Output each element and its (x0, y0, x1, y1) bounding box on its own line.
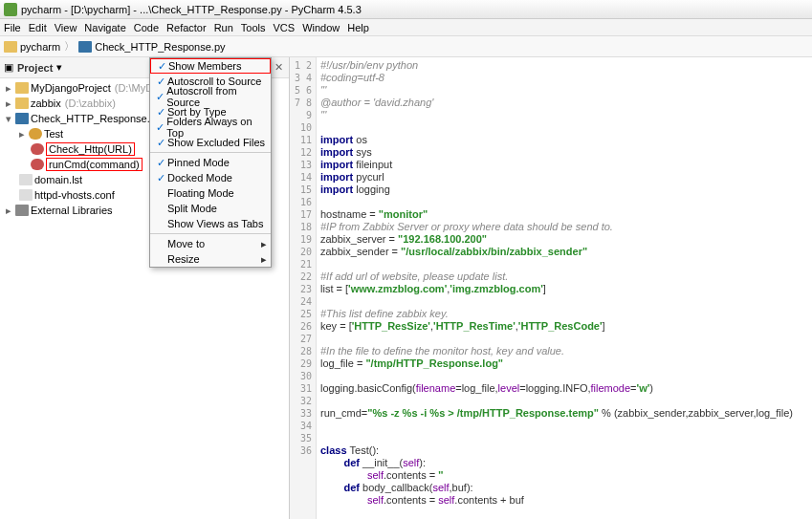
menu-refactor[interactable]: Refactor (166, 22, 207, 33)
breadcrumb-root[interactable]: pycharm (20, 41, 60, 53)
menu-view[interactable]: View (55, 22, 77, 33)
title-bar: pycharm - [D:\pycharm] - ...\Check_HTTP_… (0, 0, 812, 19)
menu-resize[interactable]: Resize▸ (150, 251, 271, 267)
menu-show-views[interactable]: Show Views as Tabs (150, 216, 271, 231)
menu-floating[interactable]: Floating Mode (150, 185, 271, 201)
menu-edit[interactable]: Edit (29, 22, 47, 33)
breadcrumb-sep: 〉 (64, 39, 75, 54)
menu-bar: File Edit View Navigate Code Refactor Ru… (0, 19, 812, 36)
menu-navigate[interactable]: Navigate (84, 22, 125, 33)
menu-show-members[interactable]: ✓Show Members (150, 58, 271, 74)
close-icon[interactable]: ✕ (272, 61, 285, 75)
folder-icon (4, 41, 17, 53)
menu-vcs[interactable]: VCS (274, 22, 296, 33)
menu-window[interactable]: Window (302, 22, 340, 33)
menu-split[interactable]: Split Mode (150, 201, 271, 216)
menu-code[interactable]: Code (134, 22, 159, 33)
menu-run[interactable]: Run (214, 22, 233, 33)
project-combo-icon[interactable]: ▣ (4, 61, 13, 74)
menu-docked[interactable]: ✓Docked Mode (150, 170, 271, 185)
code-editor[interactable]: 1 2 3 4 5 6 7 8 9 10 11 12 13 14 15 16 1… (290, 57, 812, 519)
settings-context-menu: ✓Show Members ✓Autoscroll to Source ✓Aut… (149, 57, 272, 268)
menu-autoscroll-from[interactable]: ✓Autoscroll from Source (150, 89, 271, 104)
menu-tools[interactable]: Tools (241, 22, 266, 33)
breadcrumb: pycharm 〉 Check_HTTP_Response.py (0, 36, 812, 57)
code-area[interactable]: #!/usr/bin/env python #coding=utf-8 ''' … (317, 57, 812, 519)
menu-move-to[interactable]: Move to▸ (150, 236, 271, 251)
sidebar-title[interactable]: Project (17, 62, 53, 74)
menu-file[interactable]: File (4, 22, 21, 33)
python-file-icon (78, 41, 92, 53)
window-title: pycharm - [D:\pycharm] - ...\Check_HTTP_… (21, 4, 362, 15)
dropdown-icon[interactable]: ▾ (56, 61, 62, 74)
main-area: ▣ Project ▾ ⇆ ◎ ⊟ ⚙ ↘ ✕ ▸MyDjangoProject… (0, 57, 812, 519)
project-sidebar: ▣ Project ▾ ⇆ ◎ ⊟ ⚙ ↘ ✕ ▸MyDjangoProject… (0, 57, 290, 519)
menu-folders-top[interactable]: ✓Folders Always on Top (150, 119, 271, 135)
menu-show-excluded[interactable]: ✓Show Excluded Files (150, 135, 271, 150)
menu-pinned[interactable]: ✓Pinned Mode (150, 155, 271, 170)
breadcrumb-file[interactable]: Check_HTTP_Response.py (95, 41, 225, 53)
menu-help[interactable]: Help (347, 22, 369, 33)
app-icon (4, 3, 17, 16)
line-gutter: 1 2 3 4 5 6 7 8 9 10 11 12 13 14 15 16 1… (290, 57, 317, 519)
